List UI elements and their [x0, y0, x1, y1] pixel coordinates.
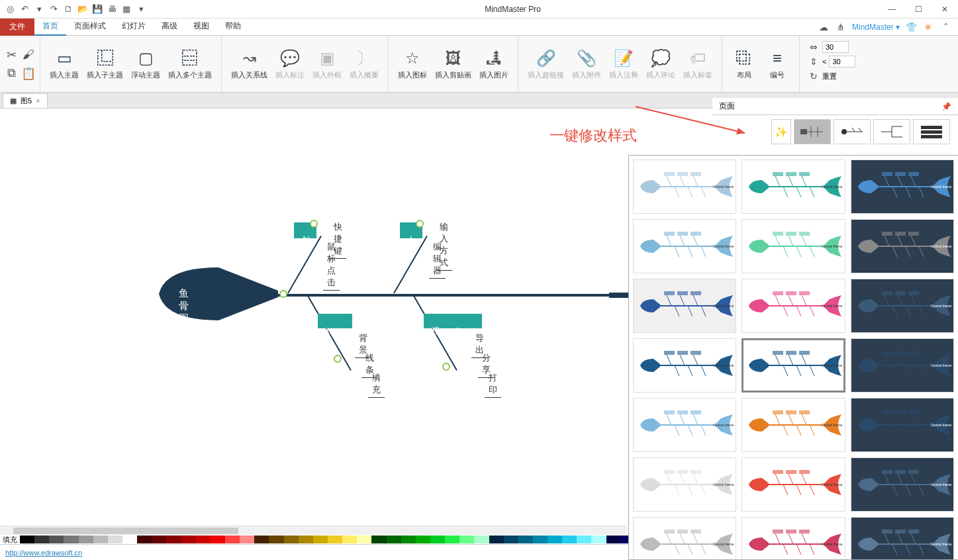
- color-swatch[interactable]: [254, 536, 269, 543]
- document-tab[interactable]: ▦ 图5 ×: [3, 93, 48, 108]
- open-icon[interactable]: 📂: [77, 3, 89, 15]
- color-swatch[interactable]: [416, 536, 430, 543]
- style-thumbnail[interactable]: Central theme: [851, 517, 954, 560]
- expand-icon[interactable]: [334, 355, 342, 363]
- color-swatch[interactable]: [181, 536, 196, 543]
- style-thumbnail[interactable]: Central theme: [851, 338, 954, 393]
- layout-style-3[interactable]: [873, 119, 910, 144]
- print-icon[interactable]: 🖶: [106, 3, 118, 15]
- target-icon[interactable]: ◎: [4, 3, 16, 15]
- tab-home[interactable]: 首页: [34, 19, 66, 36]
- qat-more-icon[interactable]: ▾: [135, 3, 147, 15]
- minimize-button[interactable]: —: [879, 0, 905, 19]
- tab-view[interactable]: 视图: [185, 19, 217, 36]
- style-thumbnail[interactable]: Central theme: [851, 457, 954, 512]
- style-thumbnail[interactable]: Central theme: [742, 398, 845, 452]
- bone-material[interactable]: 资料: [318, 314, 352, 328]
- color-swatch[interactable]: [269, 536, 283, 543]
- style-thumbnail[interactable]: Central theme: [851, 219, 954, 273]
- color-swatch[interactable]: [548, 536, 562, 543]
- style-thumbnail[interactable]: Central theme: [633, 219, 736, 273]
- color-swatch[interactable]: [137, 536, 152, 543]
- close-button[interactable]: ✕: [932, 0, 958, 19]
- style-thumbnail[interactable]: Central theme: [742, 457, 845, 512]
- color-swatch[interactable]: [34, 536, 49, 543]
- color-swatch[interactable]: [108, 536, 122, 543]
- insert-hyperlink-button[interactable]: 🔗 插入超链接: [524, 38, 568, 89]
- color-swatch[interactable]: [313, 536, 328, 543]
- color-swatch[interactable]: [489, 536, 504, 543]
- style-thumbnail[interactable]: Central theme: [633, 398, 736, 452]
- color-swatch[interactable]: [591, 536, 606, 543]
- color-swatch[interactable]: [459, 536, 474, 543]
- color-swatch[interactable]: [49, 536, 64, 543]
- insert-boundary-button[interactable]: ▣ 插入外框: [309, 38, 346, 89]
- style-thumbnail[interactable]: Central theme: [742, 160, 845, 214]
- bone-process[interactable]: 制作流程: [424, 314, 482, 328]
- fish-head[interactable]: [159, 267, 278, 320]
- color-swatch[interactable]: [387, 536, 401, 543]
- copy-icon[interactable]: ⧉: [5, 68, 17, 79]
- style-thumbnail[interactable]: Central theme: [742, 338, 845, 393]
- tab-page-style[interactable]: 页面样式: [66, 19, 114, 36]
- cloud-icon[interactable]: ☁: [818, 21, 830, 33]
- layout-style-2[interactable]: [834, 119, 871, 144]
- insert-attachment-button[interactable]: 📎 插入附件: [568, 38, 605, 89]
- color-swatch[interactable]: [152, 536, 166, 543]
- close-tab-icon[interactable]: ×: [36, 97, 40, 105]
- pin-icon[interactable]: 📌: [941, 102, 951, 111]
- layout-button[interactable]: ⿻ 布局: [728, 38, 761, 89]
- logo-icon[interactable]: ✳: [922, 21, 934, 33]
- central-topic[interactable]: 鱼骨图的画法: [179, 287, 189, 363]
- color-swatch[interactable]: [299, 536, 313, 543]
- insert-topic-button[interactable]: ▭ 插入主题: [46, 38, 83, 89]
- insert-tag-button[interactable]: 🏷 插入标签: [679, 38, 716, 89]
- style-thumbnail[interactable]: Central theme: [633, 338, 736, 393]
- color-swatch[interactable]: [166, 536, 181, 543]
- insert-summary-button[interactable]: 〕 插入概要: [346, 38, 383, 89]
- color-swatch[interactable]: [430, 536, 445, 543]
- expand-icon[interactable]: [442, 363, 450, 371]
- dropdown-icon[interactable]: ▾: [33, 3, 45, 15]
- insert-multi-topic-button[interactable]: ⿳ 插入多个主题: [164, 38, 216, 89]
- style-thumbnail[interactable]: Central theme: [633, 279, 736, 333]
- tab-slideshow[interactable]: 幻灯片: [114, 19, 154, 36]
- redo-icon[interactable]: ↷: [48, 3, 60, 15]
- style-thumbnail[interactable]: Central theme: [851, 398, 954, 452]
- format-painter-icon[interactable]: 🖌: [23, 49, 34, 61]
- insert-callout-button[interactable]: 💬 插入标注: [271, 38, 309, 89]
- insert-relation-button[interactable]: ↝ 插入关系线: [227, 38, 271, 89]
- color-swatch[interactable]: [606, 536, 621, 543]
- style-thumbnail[interactable]: Central theme: [851, 279, 954, 333]
- numbering-button[interactable]: ≡ 编号: [761, 38, 794, 89]
- floating-topic-button[interactable]: ▢ 浮动主题: [127, 38, 164, 89]
- color-swatch[interactable]: [93, 536, 108, 543]
- hspacing-input[interactable]: 30: [822, 41, 849, 53]
- color-swatch[interactable]: [328, 536, 342, 543]
- tab-advanced[interactable]: 高级: [154, 19, 185, 36]
- undo-icon[interactable]: ↶: [19, 3, 30, 15]
- expand-icon[interactable]: [279, 290, 287, 298]
- horizontal-scrollbar[interactable]: [0, 526, 627, 535]
- style-thumbnail[interactable]: Central theme: [633, 517, 736, 560]
- scrollbar-thumb[interactable]: [13, 528, 238, 534]
- color-swatch[interactable]: [357, 536, 371, 543]
- style-thumbnail[interactable]: Central theme: [851, 160, 954, 214]
- style-thumbnail[interactable]: Central theme: [742, 517, 845, 560]
- reset-spacing-button[interactable]: ↻ 重置: [808, 70, 855, 82]
- color-swatch[interactable]: [64, 536, 78, 543]
- tshirt-icon[interactable]: 👕: [905, 21, 917, 33]
- maximize-button[interactable]: ☐: [905, 0, 932, 19]
- paste-icon[interactable]: 📋: [23, 68, 34, 79]
- insert-note-button[interactable]: 📝 插入注释: [605, 38, 642, 89]
- sub-item[interactable]: 打印: [485, 372, 501, 398]
- color-swatch[interactable]: [20, 536, 34, 543]
- save-icon[interactable]: 💾: [91, 3, 103, 15]
- insert-icon-button[interactable]: ☆ 插入图标: [394, 38, 431, 89]
- color-swatch[interactable]: [504, 536, 518, 543]
- insert-comment-button[interactable]: 💭 插入评论: [642, 38, 679, 89]
- share-icon[interactable]: ⋔: [835, 21, 847, 33]
- insert-image-button[interactable]: 🏞 插入图片: [475, 38, 512, 89]
- color-swatch[interactable]: [445, 536, 459, 543]
- color-swatch[interactable]: [401, 536, 416, 543]
